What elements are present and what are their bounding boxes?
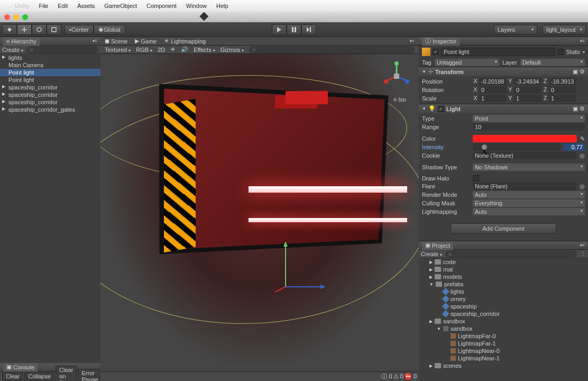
project-item[interactable]: ▶mat xyxy=(419,266,588,273)
lightmapping-dropdown[interactable]: Auto▾ xyxy=(473,208,585,215)
project-item[interactable]: ▼sandbox xyxy=(419,325,588,332)
project-search[interactable]: ⌕ xyxy=(445,250,577,258)
console-collapse[interactable]: Collapse xyxy=(24,372,54,380)
project-item[interactable]: ▶scenes xyxy=(419,362,588,369)
info-count[interactable]: ⓘ 0 xyxy=(381,373,392,380)
panel-menu-icon[interactable]: ▾≡ xyxy=(580,243,585,248)
menu-edit[interactable]: Edit xyxy=(58,3,68,9)
static-checkbox[interactable] xyxy=(557,49,564,55)
pivot-toggle[interactable]: ▪ Center xyxy=(65,25,94,34)
render-mode-dropdown[interactable]: Auto▾ xyxy=(473,191,585,198)
2d-toggle[interactable]: 2D xyxy=(158,47,165,53)
filter-icon[interactable]: ⋮ xyxy=(580,250,586,257)
scale-y-field[interactable]: 1 xyxy=(514,95,541,102)
project-item[interactable]: LightmapNear-1 xyxy=(419,355,588,362)
project-item[interactable]: LightmapFar-1 xyxy=(419,340,588,347)
light-component-header[interactable]: ▼ 💡 Light▣ ⚙ xyxy=(419,104,588,113)
effects-dropdown[interactable]: Effects ▾ xyxy=(194,47,215,53)
light-intensity-slider[interactable] xyxy=(473,143,561,151)
orientation-gizmo[interactable] xyxy=(381,60,412,92)
position-x-field[interactable]: -0.20188 xyxy=(479,78,507,85)
audio-toggle-icon[interactable]: 🔊 xyxy=(181,46,188,53)
channels-dropdown[interactable]: RGB ▾ xyxy=(136,47,152,53)
layer-dropdown[interactable]: Default▾ xyxy=(520,59,585,66)
hierarchy-item[interactable]: ▶spaceship_corridor_gates xyxy=(0,106,100,113)
lightmapping-tab[interactable]: ☀ Lightmapping xyxy=(164,38,206,44)
light-toggle-icon[interactable]: ☀ xyxy=(170,46,176,53)
step-button[interactable] xyxy=(301,24,316,35)
menu-help[interactable]: Help xyxy=(216,3,228,9)
object-picker-icon[interactable]: ◎ xyxy=(580,152,585,159)
console-tab[interactable]: ▣ Console xyxy=(3,363,38,371)
scale-x-field[interactable]: 1 xyxy=(479,95,507,102)
scene-tab[interactable]: ◼ Scene xyxy=(105,38,127,44)
menu-gameobject[interactable]: GameObject xyxy=(104,3,137,9)
hierarchy-item[interactable]: ▶lights xyxy=(0,54,100,61)
move-gizmo[interactable] xyxy=(275,234,338,297)
close-window-button[interactable] xyxy=(4,14,10,20)
light-cookie-field[interactable]: None (Texture) xyxy=(473,152,576,159)
hierarchy-item[interactable]: Point light xyxy=(0,69,100,76)
projection-label[interactable]: ≡ Iso xyxy=(393,96,406,103)
light-color-swatch[interactable] xyxy=(473,135,577,142)
position-z-field[interactable]: -18.3913 xyxy=(549,78,576,85)
rotate-tool[interactable] xyxy=(32,24,47,35)
light-intensity-label[interactable]: Intensity xyxy=(422,144,470,150)
scene-viewport[interactable]: ≡ Iso xyxy=(100,54,419,371)
project-item[interactable]: ▶code xyxy=(419,258,588,266)
move-tool[interactable] xyxy=(17,24,32,35)
project-item[interactable]: ▶sandbox xyxy=(419,318,588,325)
panel-menu-icon[interactable]: ▾≡ xyxy=(410,39,415,43)
game-tab[interactable]: ▶ Game xyxy=(135,38,157,44)
console-error-pause[interactable]: Error Pause xyxy=(78,369,102,381)
zoom-window-button[interactable] xyxy=(22,14,28,20)
play-button[interactable] xyxy=(272,24,287,35)
project-item[interactable]: orrery xyxy=(419,295,588,303)
layers-dropdown[interactable]: Layers▾ xyxy=(494,25,537,34)
project-item[interactable]: ▼prefabs xyxy=(419,280,588,288)
error-count[interactable]: ⛔ 0 xyxy=(405,373,417,380)
flare-field[interactable]: None (Flare) xyxy=(473,183,576,190)
active-checkbox[interactable] xyxy=(433,49,439,55)
hierarchy-item[interactable]: ▶spaceship_corridor xyxy=(0,84,100,91)
layout-dropdown[interactable]: light_layout▾ xyxy=(543,25,586,34)
hierarchy-list[interactable]: ▶lights Main Camera Point light Point li… xyxy=(0,54,100,363)
hierarchy-item[interactable]: Point light xyxy=(0,76,100,84)
menu-file[interactable]: File xyxy=(39,3,49,9)
pause-button[interactable] xyxy=(287,24,301,35)
object-picker-icon[interactable]: ◎ xyxy=(580,183,585,190)
space-toggle[interactable]: ◉ Global xyxy=(94,25,125,34)
project-tab[interactable]: ▣ Project xyxy=(422,241,453,250)
create-menu[interactable]: Create ▾ xyxy=(2,47,23,53)
hierarchy-tab[interactable]: ≡ Hierarchy xyxy=(3,37,40,46)
project-list[interactable]: ▶code▶mat▶models▼prefabslightsorreryspac… xyxy=(419,258,588,381)
hierarchy-item[interactable]: ▶spaceship_corridor xyxy=(0,98,100,106)
shading-dropdown[interactable]: Textured ▾ xyxy=(105,47,131,53)
scale-tool[interactable] xyxy=(47,24,61,35)
panel-menu-icon[interactable]: ▾≡ xyxy=(580,39,585,43)
menu-window[interactable]: Window xyxy=(186,3,207,9)
hand-tool[interactable] xyxy=(2,24,17,35)
position-y-field[interactable]: -3.24934 xyxy=(514,78,541,85)
hierarchy-item[interactable]: ▶spaceship_corridor xyxy=(0,91,100,98)
rotation-x-field[interactable]: 0 xyxy=(479,86,507,94)
menu-unity[interactable]: Unity xyxy=(15,3,30,9)
transform-component-header[interactable]: ▼ ⊹ Transform▣ ⚙ xyxy=(419,67,588,76)
light-enabled-checkbox[interactable] xyxy=(438,106,444,112)
project-item[interactable]: LightmapFar-0 xyxy=(419,332,588,340)
shadow-type-dropdown[interactable]: No Shadows▾ xyxy=(473,164,585,171)
gameobject-name-field[interactable]: Point light xyxy=(441,48,555,56)
rotation-z-field[interactable]: 0 xyxy=(549,86,576,94)
project-item[interactable]: lights xyxy=(419,288,588,295)
project-item[interactable]: ▶models xyxy=(419,273,588,280)
panel-menu-icon[interactable]: ▾≡ xyxy=(93,39,97,43)
scale-z-field[interactable]: 1 xyxy=(549,95,576,102)
project-create-menu[interactable]: Create ▾ xyxy=(421,251,442,257)
culling-mask-dropdown[interactable]: Everything▾ xyxy=(473,199,585,207)
menu-component[interactable]: Component xyxy=(146,3,177,9)
light-type-dropdown[interactable]: Point▾ xyxy=(473,115,585,122)
inspector-tab[interactable]: ⓘ Inspector xyxy=(422,37,460,46)
light-range-field[interactable]: 10 xyxy=(473,123,585,131)
gameobject-icon[interactable] xyxy=(422,48,430,56)
console-clear[interactable]: Clear xyxy=(2,372,23,380)
